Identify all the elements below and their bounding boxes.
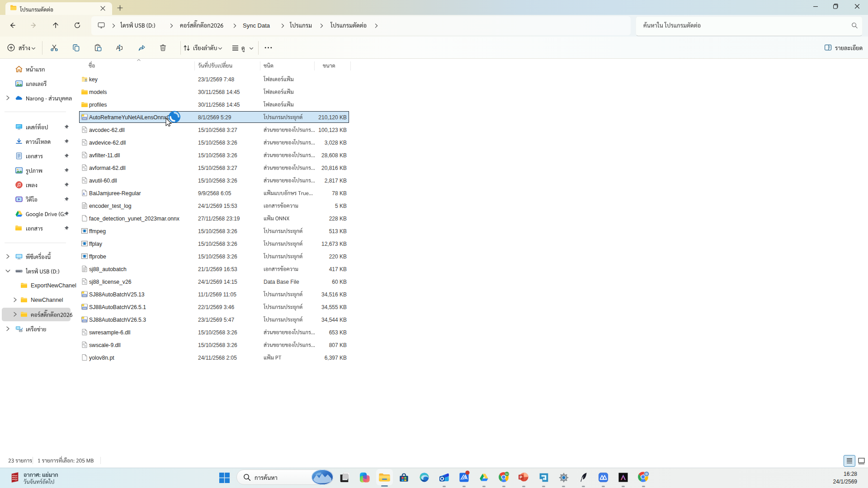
svg-text:P: P [520,475,523,479]
svg-text:SJ: SJ [505,473,509,475]
